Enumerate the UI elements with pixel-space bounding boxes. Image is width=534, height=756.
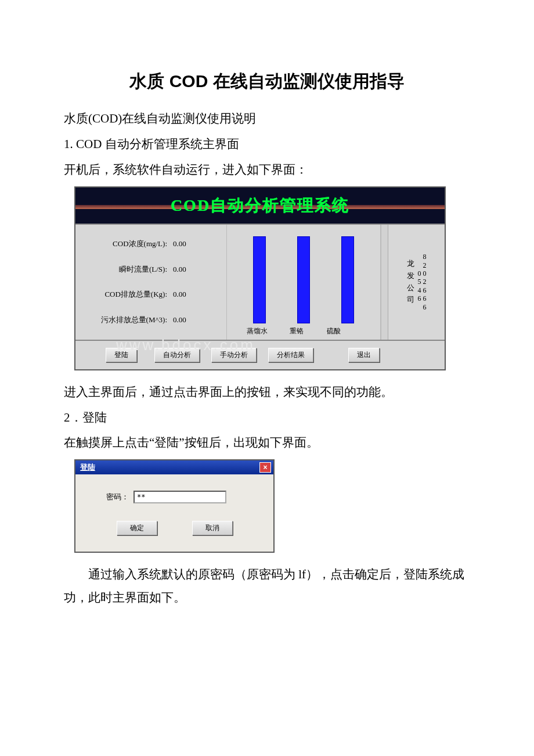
login-button[interactable]: 登陆 bbox=[106, 348, 137, 362]
paragraph-startup: 开机后，系统软件自动运行，进入如下界面： bbox=[64, 159, 470, 182]
app-banner: COD自动分析管理系统 bbox=[75, 188, 445, 224]
paragraph-after-main: 进入主界面后，通过点击界面上的按钮，来实现不同的功能。 bbox=[64, 381, 470, 404]
bar-label: 重铬 bbox=[290, 326, 304, 336]
app-banner-title: COD自动分析管理系统 bbox=[171, 195, 349, 217]
metric-cod-concentration: COD浓度(mg/L): 0.00 bbox=[80, 239, 222, 249]
metric-value: 0.00 bbox=[173, 239, 202, 249]
close-icon[interactable]: × bbox=[259, 462, 271, 473]
metric-value: 0.00 bbox=[173, 265, 202, 274]
login-dialog: 登陆 × 密码： 确定 取消 bbox=[74, 459, 275, 553]
bar-dichromate: 重铬 bbox=[297, 236, 310, 323]
metric-value: 0.00 bbox=[173, 315, 202, 325]
metric-value: 0.00 bbox=[173, 290, 202, 299]
app-toolbar: 登陆 自动分析 手动分析 分析结果 退出 bbox=[75, 340, 445, 369]
auto-analysis-button[interactable]: 自动分析 bbox=[154, 348, 200, 362]
paragraph-intro: 水质(COD)在线自动监测仪使用说明 bbox=[64, 107, 470, 131]
metric-label: 污水排放总量(M^3): bbox=[80, 315, 173, 325]
metric-cod-total: COD排放总量(Kg): 0.00 bbox=[80, 289, 222, 300]
bar-sulfuric-acid: 硫酸 bbox=[341, 236, 354, 323]
password-label: 密码： bbox=[87, 492, 134, 502]
login-dialog-title: 登陆 bbox=[78, 462, 95, 473]
analysis-result-button[interactable]: 分析结果 bbox=[268, 348, 313, 362]
metric-label: 瞬时流量(L/S): bbox=[80, 264, 173, 275]
company-name: 龙发公司 bbox=[407, 258, 414, 306]
metrics-column: COD浓度(mg/L): 0.00 瞬时流量(L/S): 0.00 COD排放总… bbox=[75, 225, 226, 340]
app-window: COD自动分析管理系统 COD浓度(mg/L): 0.00 瞬时流量(L/S):… bbox=[74, 186, 446, 370]
exit-button[interactable]: 退出 bbox=[348, 348, 380, 362]
metric-sewage-total: 污水排放总量(M^3): 0.00 bbox=[80, 315, 222, 325]
paragraph-login-desc: 在触摸屏上点击“登陆”按钮后，出现如下界面。 bbox=[64, 431, 470, 455]
metric-label: COD排放总量(Kg): bbox=[80, 289, 173, 300]
bar-label: 蒸馏水 bbox=[247, 326, 268, 336]
metric-flow-rate: 瞬时流量(L/S): 0.00 bbox=[80, 264, 222, 275]
serial-number: 820 05 24 66 66 bbox=[418, 253, 427, 311]
login-titlebar: 登陆 × bbox=[75, 460, 273, 474]
company-column: 龙发公司 820 05 24 66 66 bbox=[381, 225, 445, 340]
cancel-button[interactable]: 取消 bbox=[192, 521, 233, 535]
app-body: COD浓度(mg/L): 0.00 瞬时流量(L/S): 0.00 COD排放总… bbox=[75, 224, 445, 340]
ok-button[interactable]: 确定 bbox=[117, 521, 157, 535]
reagent-bars: 蒸馏水 重铬 硫酸 bbox=[226, 225, 381, 340]
paragraph-login-note: 通过输入系统默认的原密码（原密码为 lf），点击确定后，登陆系统成功，此时主界面… bbox=[64, 563, 470, 610]
bar-distilled-water: 蒸馏水 bbox=[253, 236, 266, 323]
password-input[interactable] bbox=[134, 491, 226, 503]
paragraph-section-2: 2．登陆 bbox=[64, 406, 470, 430]
paragraph-section-1: 1. COD 自动分析管理系统主界面 bbox=[64, 133, 470, 156]
metric-label: COD浓度(mg/L): bbox=[80, 239, 173, 249]
bar-label: 硫酸 bbox=[327, 326, 341, 336]
document-title: 水质 COD 在线自动监测仪使用指导 bbox=[64, 70, 470, 93]
manual-analysis-button[interactable]: 手动分析 bbox=[211, 348, 257, 362]
